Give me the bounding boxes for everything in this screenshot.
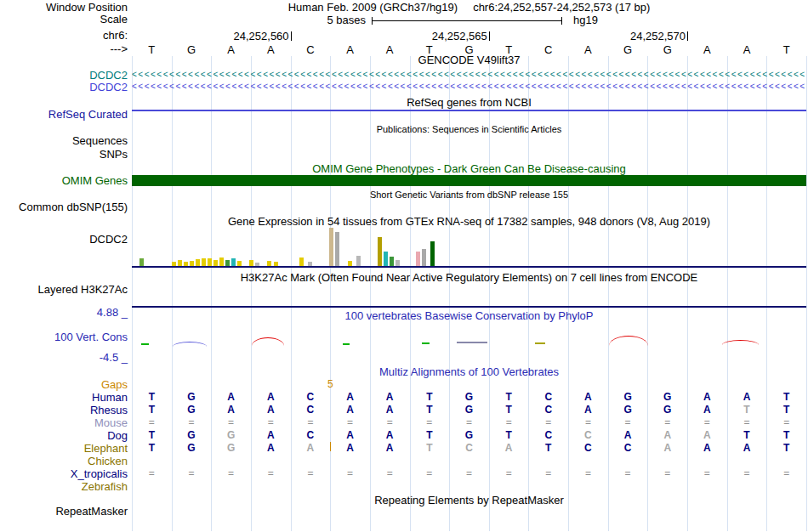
alignment-base: =: [545, 416, 551, 428]
alignment-base: A: [703, 442, 711, 454]
alignment-base: A: [267, 404, 275, 416]
alignment-base: =: [506, 416, 512, 428]
gencode-transcript[interactable]: <<<<<<<<<<<<<<<<<<<<<<<<<<<<<<<<<<<<<<<<…: [132, 70, 806, 80]
alignment-base: A: [267, 391, 275, 403]
coordinate-tick: [291, 31, 292, 41]
alignment-base: =: [625, 416, 631, 428]
gtex-tissue-bar: [225, 260, 230, 266]
alignment-base: =: [387, 416, 393, 428]
alignment-base: =: [149, 416, 155, 428]
multiz-gaps-label: Gaps: [101, 378, 128, 391]
alignment-base: G: [663, 404, 671, 416]
refseq-left-label: RefSeq Curated: [48, 109, 128, 121]
alignment-base: =: [744, 416, 750, 428]
alignment-base: T: [743, 429, 749, 441]
alignment-base: T: [783, 429, 789, 441]
alignment-base: A: [386, 429, 394, 441]
alignment-base: =: [704, 416, 710, 428]
alignment-base: =: [783, 467, 789, 479]
alignment-base: G: [227, 429, 235, 441]
alignment-base: G: [465, 429, 473, 441]
phylop-mark: [173, 342, 207, 347]
alignment-base: A: [663, 429, 671, 441]
multiz-species-label: Chicken: [88, 455, 128, 467]
alignment-base: =: [506, 467, 512, 479]
phylop-mark: [141, 343, 149, 345]
omim-gene-bar[interactable]: [132, 175, 806, 186]
ucsc-genome-browser: Window Position Human Feb. 2009 (GRCh37/…: [0, 0, 808, 532]
phylop-mark: [343, 343, 350, 345]
position-range: chr6:24,252,557-24,252,573 (17 bp): [473, 1, 650, 14]
gridline: [806, 56, 807, 531]
gencode-gene-label: DCDC2: [89, 81, 128, 93]
alignment-base: A: [624, 429, 632, 441]
alignment-base: T: [149, 442, 155, 454]
alignment-base: G: [227, 442, 235, 454]
refseq-curated-line[interactable]: [132, 110, 806, 111]
window-position-label: Window Position: [46, 2, 128, 14]
alignment-base: A: [346, 391, 354, 403]
gtex-tissue-bar: [196, 259, 200, 266]
window-position-header: Human Feb. 2009 (GRCh37/hg19)chr6:24,252…: [132, 2, 806, 13]
alignment-base: T: [505, 429, 511, 441]
alignment-base: =: [268, 416, 274, 428]
phylop-mark: [722, 340, 759, 345]
alignment-base: =: [585, 467, 591, 479]
alignment-base: =: [466, 416, 472, 428]
alignment-base: C: [584, 442, 592, 454]
gtex-title: Gene Expression in 54 tissues from GTEx …: [132, 216, 806, 227]
alignment-base: T: [149, 391, 155, 403]
gtex-tissue-bar: [384, 252, 388, 266]
multiz-species-label: Dog: [107, 429, 128, 442]
alignment-base: G: [187, 442, 195, 454]
alignment-base: T: [783, 404, 789, 416]
publications-sequences-label: Sequences: [72, 135, 128, 147]
phylop-mark: [252, 337, 284, 346]
scale-bar: [372, 17, 562, 25]
gencode-transcript[interactable]: <<<<<<<<<<<<<<<<<<<<<<<<<<<<<<<<<<<<<<<<…: [132, 82, 806, 92]
alignment-base: =: [783, 416, 789, 428]
alignment-base: =: [188, 467, 194, 479]
gtex-tissue-bar: [329, 228, 333, 266]
alignment-base: =: [664, 416, 670, 428]
repeatmasker-left-label: RepeatMasker: [55, 506, 128, 518]
alignment-base: C: [465, 442, 473, 454]
alignment-base: A: [227, 404, 235, 416]
gtex-tissue-bar: [219, 258, 224, 266]
genome-version-label: hg19: [573, 14, 598, 26]
alignment-base: A: [307, 442, 315, 454]
alignment-base: A: [584, 391, 592, 403]
alignment-base: T: [545, 442, 551, 454]
alignment-base: T: [505, 391, 511, 403]
coordinate-label: 24,252,570: [630, 30, 686, 42]
alignment-base: A: [346, 404, 354, 416]
gtex-tissue-bar: [299, 258, 304, 266]
scale-label: Scale: [100, 14, 128, 25]
gtex-tissue-bar: [378, 237, 382, 266]
alignment-base: =: [426, 467, 432, 479]
alignment-base: A: [267, 442, 275, 454]
gtex-tissue-bar: [213, 260, 218, 266]
gtex-tissue-bar: [422, 249, 426, 266]
alignment-base: T: [149, 429, 155, 441]
alignment-base: G: [187, 429, 195, 441]
alignment-base: T: [783, 391, 789, 403]
alignment-base: =: [664, 467, 670, 479]
alignment-base: G: [623, 391, 631, 403]
assembly-name: Human Feb. 2009 (GRCh37/hg19): [288, 1, 458, 14]
gtex-tissue-bar: [231, 258, 236, 266]
publications-title: Publications: Sequences in Scientific Ar…: [132, 124, 806, 135]
alignment-base: A: [703, 429, 711, 441]
alignment-base: G: [623, 404, 631, 416]
gtex-baseline: [132, 266, 806, 268]
alignment-base: C: [307, 391, 315, 403]
alignment-gap-size: 5: [327, 378, 333, 390]
gtex-tissue-bar: [395, 260, 400, 266]
h3k27ac-baseline[interactable]: [132, 306, 806, 308]
dbsnp-left-label: Common dbSNP(155): [19, 201, 128, 213]
multiz-species-label: Mouse: [94, 416, 128, 429]
alignment-base: T: [743, 404, 749, 416]
phylop-mark: [422, 342, 430, 344]
alignment-base: A: [505, 442, 513, 454]
gencode-gene-label: DCDC2: [89, 69, 128, 82]
